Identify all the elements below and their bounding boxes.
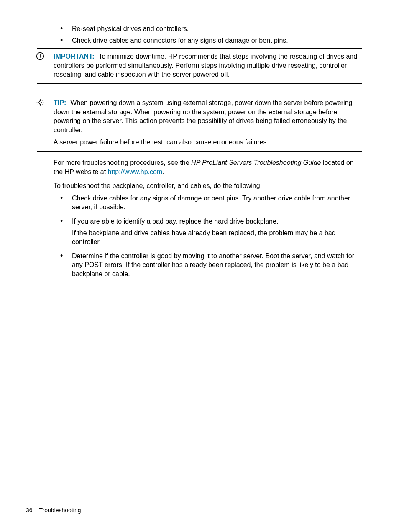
troubleshoot-intro: To troubleshoot the backplane, controlle… — [54, 181, 362, 190]
list-item: If you are able to identify a bad bay, r… — [60, 217, 362, 247]
text-fragment: For more troubleshooting procedures, see… — [54, 159, 191, 166]
svg-point-6 — [43, 102, 44, 103]
svg-rect-1 — [40, 54, 41, 57]
svg-point-10 — [42, 105, 43, 105]
svg-point-9 — [38, 105, 38, 105]
list-item-text: Re-seat physical drives and controllers. — [72, 25, 189, 32]
intro-bullet-list: Re-seat physical drives and controllers.… — [37, 24, 362, 45]
important-text: To minimize downtime, HP recommends that… — [54, 53, 357, 78]
hp-website-link[interactable]: http://www.hp.com — [108, 168, 163, 175]
tip-text: When powering down a system using extern… — [54, 99, 352, 134]
text-fragment: . — [162, 168, 164, 175]
guide-title: HP ProLiant Servers Troubleshooting Guid… — [191, 159, 321, 166]
more-procedures-paragraph: For more troubleshooting procedures, see… — [54, 158, 362, 176]
list-item: Check drive cables and connectors for an… — [60, 36, 362, 45]
list-item-text: Determine if the controller is good by m… — [72, 252, 354, 278]
section-title: Troubleshooting — [39, 507, 81, 514]
list-item-text: Check drive cables and connectors for an… — [72, 37, 288, 44]
important-icon — [36, 52, 45, 61]
troubleshoot-steps-list: Check drive cables for any signs of dama… — [54, 194, 362, 279]
list-item-subtext: If the backplane and drive cables have a… — [72, 229, 362, 247]
tip-label: TIP: — [54, 99, 66, 106]
svg-point-7 — [38, 100, 38, 101]
list-item: Check drive cables for any signs of dama… — [60, 194, 362, 212]
list-item-text: If you are able to identify a bad bay, r… — [72, 218, 278, 225]
tip-callout: TIP:When powering down a system using ex… — [37, 95, 362, 152]
important-callout: IMPORTANT:To minimize downtime, HP recom… — [37, 48, 362, 84]
tip-extra-text: A server power failure before the test, … — [54, 138, 362, 147]
svg-point-3 — [40, 99, 41, 100]
list-item: Determine if the controller is good by m… — [60, 252, 362, 279]
page-footer: 36Troubleshooting — [26, 506, 81, 514]
svg-point-5 — [37, 102, 38, 103]
list-item: Re-seat physical drives and controllers. — [60, 24, 362, 33]
svg-rect-2 — [40, 58, 41, 59]
tip-icon — [36, 98, 45, 108]
list-item-text: Check drive cables for any signs of dama… — [72, 195, 350, 211]
page-number: 36 — [26, 507, 33, 514]
important-label: IMPORTANT: — [54, 53, 94, 60]
svg-point-8 — [42, 100, 43, 101]
svg-point-4 — [40, 105, 41, 106]
